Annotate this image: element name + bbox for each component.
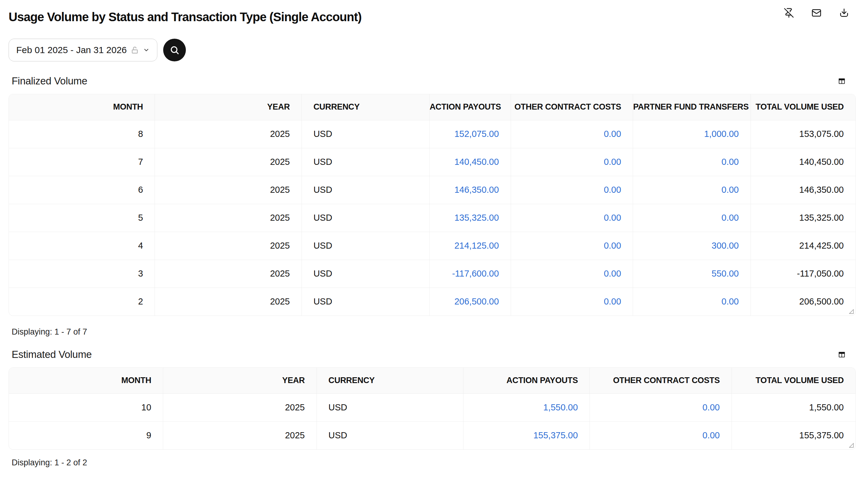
toolbar	[783, 7, 849, 19]
table-options-button[interactable]	[838, 77, 846, 85]
mail-icon	[811, 8, 822, 18]
cell-partner-fund-transfers[interactable]: 1,000.00	[633, 120, 751, 148]
table-row: 72025USD140,450.000.000.00140,450.00	[9, 148, 856, 176]
pagination-status: Displaying: 1 - 2 of 2	[8, 458, 856, 468]
table-row: 102025USD1,550.000.001,550.00	[9, 393, 856, 421]
column-header-currency[interactable]: CURRENCY	[302, 94, 429, 120]
filter-bar: Feb 01 2025 - Jan 31 2026	[8, 39, 856, 61]
cell-year: 2025	[155, 204, 302, 232]
cell-other-contract-costs[interactable]: 0.00	[590, 393, 732, 421]
cell-partner-fund-transfers[interactable]: 0.00	[633, 148, 751, 176]
table-header-row: MONTHYEARCURRENCYACTION PAYOUTSOTHER CON…	[9, 94, 856, 120]
cell-currency: USD	[302, 120, 429, 148]
cell-currency: USD	[302, 260, 429, 288]
cell-other-contract-costs[interactable]: 0.00	[511, 176, 633, 204]
chevron-down-icon	[143, 47, 150, 53]
download-button[interactable]	[839, 7, 849, 19]
schedule-email-button[interactable]	[811, 7, 822, 19]
resize-handle-icon[interactable]	[848, 308, 855, 315]
cell-action-payouts[interactable]: 1,550.00	[463, 393, 590, 421]
column-header-action-payouts[interactable]: ACTION PAYOUTS	[463, 368, 590, 393]
cell-month: 3	[9, 260, 155, 288]
column-header-total-volume-used[interactable]: TOTAL VOLUME USED	[732, 368, 856, 393]
cell-other-contract-costs[interactable]: 0.00	[511, 204, 633, 232]
cell-other-contract-costs[interactable]: 0.00	[511, 148, 633, 176]
cell-action-payouts[interactable]: 214,125.00	[429, 232, 511, 260]
cell-currency: USD	[316, 393, 463, 421]
cell-other-contract-costs[interactable]: 0.00	[590, 421, 732, 449]
column-header-partner-fund-transfers[interactable]: PARTNER FUND TRANSFERS	[633, 94, 751, 120]
table-header-row: MONTHYEARCURRENCYACTION PAYOUTSOTHER CON…	[9, 368, 856, 393]
search-icon	[169, 45, 180, 55]
column-header-year[interactable]: YEAR	[163, 368, 317, 393]
table-row: 92025USD155,375.000.00155,375.00	[9, 421, 856, 449]
cell-other-contract-costs[interactable]: 0.00	[511, 232, 633, 260]
download-icon	[839, 8, 849, 18]
search-button[interactable]	[163, 39, 186, 61]
date-range-filter[interactable]: Feb 01 2025 - Jan 31 2026	[8, 39, 157, 61]
pin-off-icon	[784, 8, 794, 18]
column-header-total-volume-used[interactable]: TOTAL VOLUME USED	[750, 94, 856, 120]
table-row: 82025USD152,075.000.001,000.00153,075.00	[9, 120, 856, 148]
cell-currency: USD	[302, 204, 429, 232]
cell-year: 2025	[155, 120, 302, 148]
column-header-currency[interactable]: CURRENCY	[316, 368, 463, 393]
resize-handle-icon[interactable]	[848, 442, 855, 448]
cell-year: 2025	[163, 421, 317, 449]
cell-total-volume-used: 140,450.00	[750, 148, 856, 176]
cell-partner-fund-transfers[interactable]: 550.00	[633, 260, 751, 288]
unpin-button[interactable]	[783, 7, 795, 19]
cell-action-payouts[interactable]: 155,375.00	[463, 421, 590, 449]
cell-total-volume-used: 146,350.00	[750, 176, 856, 204]
cell-total-volume-used: 214,425.00	[750, 232, 856, 260]
cell-currency: USD	[302, 232, 429, 260]
cell-year: 2025	[155, 232, 302, 260]
column-header-other-contract-costs[interactable]: OTHER CONTRACT COSTS	[590, 368, 732, 393]
top-bar: Usage Volume by Status and Transaction T…	[8, 9, 856, 25]
table-row: 32025USD-117,600.000.00550.00-117,050.00	[9, 260, 856, 288]
cell-other-contract-costs[interactable]: 0.00	[511, 260, 633, 288]
cell-year: 2025	[155, 288, 302, 316]
column-header-month[interactable]: MONTH	[9, 94, 155, 120]
cell-partner-fund-transfers[interactable]: 300.00	[633, 232, 751, 260]
cell-total-volume-used: 1,550.00	[732, 393, 856, 421]
cell-year: 2025	[155, 176, 302, 204]
column-header-year[interactable]: YEAR	[155, 94, 302, 120]
estimated-volume-table: MONTHYEARCURRENCYACTION PAYOUTSOTHER CON…	[9, 368, 856, 449]
pagination-status: Displaying: 1 - 7 of 7	[8, 327, 856, 337]
estimated-volume-section: Estimated Volume MONTHYEARCURRENCYACTION…	[8, 348, 856, 468]
estimated-volume-table-card: MONTHYEARCURRENCYACTION PAYOUTSOTHER CON…	[8, 367, 856, 450]
cell-currency: USD	[302, 176, 429, 204]
section-header: Estimated Volume	[8, 348, 856, 361]
cell-action-payouts[interactable]: 135,325.00	[429, 204, 511, 232]
section-header: Finalized Volume	[8, 74, 856, 88]
table-options-button[interactable]	[838, 351, 846, 359]
cell-other-contract-costs[interactable]: 0.00	[511, 120, 633, 148]
column-header-action-payouts[interactable]: ACTION PAYOUTS	[429, 94, 511, 120]
cell-action-payouts[interactable]: 146,350.00	[429, 176, 511, 204]
finalized-volume-section: Finalized Volume MONTHYEARCURRENCYACTION…	[8, 74, 856, 337]
cell-month: 5	[9, 204, 155, 232]
cell-currency: USD	[302, 288, 429, 316]
dashboard-page: Usage Volume by Status and Transaction T…	[0, 0, 868, 477]
columns-table-icon	[838, 351, 846, 359]
cell-month: 10	[9, 393, 163, 421]
table-row: 52025USD135,325.000.000.00135,325.00	[9, 204, 856, 232]
column-header-month[interactable]: MONTH	[9, 368, 163, 393]
cell-currency: USD	[316, 421, 463, 449]
cell-action-payouts[interactable]: 140,450.00	[429, 148, 511, 176]
cell-other-contract-costs[interactable]: 0.00	[511, 288, 633, 316]
cell-year: 2025	[163, 393, 317, 421]
cell-month: 8	[9, 120, 155, 148]
finalized-volume-table-card: MONTHYEARCURRENCYACTION PAYOUTSOTHER CON…	[8, 94, 856, 316]
column-header-other-contract-costs[interactable]: OTHER CONTRACT COSTS	[511, 94, 633, 120]
cell-action-payouts[interactable]: -117,600.00	[429, 260, 511, 288]
cell-action-payouts[interactable]: 206,500.00	[429, 288, 511, 316]
section-title-estimated-volume: Estimated Volume	[12, 349, 92, 360]
cell-partner-fund-transfers[interactable]: 0.00	[633, 176, 751, 204]
cell-month: 9	[9, 421, 163, 449]
cell-month: 7	[9, 148, 155, 176]
cell-partner-fund-transfers[interactable]: 0.00	[633, 204, 751, 232]
cell-partner-fund-transfers[interactable]: 0.00	[633, 288, 751, 316]
cell-action-payouts[interactable]: 152,075.00	[429, 120, 511, 148]
